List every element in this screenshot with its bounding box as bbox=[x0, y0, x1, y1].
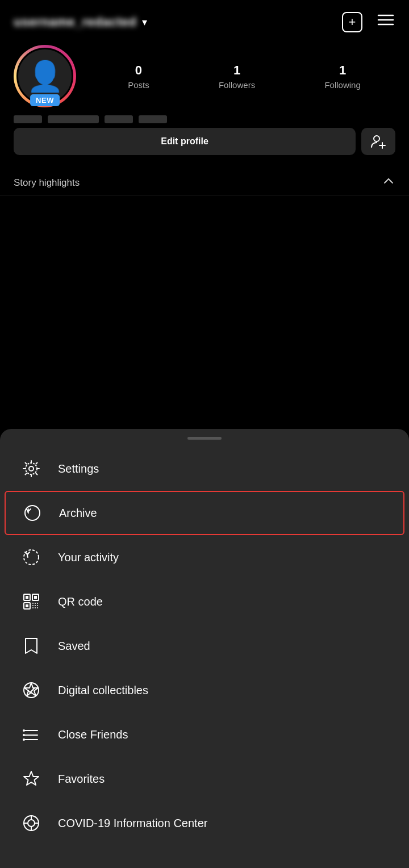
stats-row: 0 Posts 1 Followers 1 Following bbox=[93, 63, 395, 90]
bottom-sheet: Settings Archive Your activity bbox=[0, 429, 409, 868]
followers-count: 1 bbox=[233, 63, 240, 78]
drag-handle bbox=[187, 437, 222, 440]
collectibles-label: Digital collectibles bbox=[58, 684, 148, 697]
menu-item-activity[interactable]: Your activity bbox=[0, 535, 409, 579]
svg-point-25 bbox=[24, 683, 39, 698]
menu-item-favorites[interactable]: Favorites bbox=[0, 757, 409, 801]
close-friends-icon bbox=[20, 724, 42, 745]
edit-profile-button[interactable]: Edit profile bbox=[14, 128, 356, 155]
avatar-icon: 👤 bbox=[27, 59, 64, 94]
settings-icon bbox=[20, 458, 42, 479]
profile-name-row bbox=[14, 115, 395, 123]
stat-following[interactable]: 1 Following bbox=[324, 63, 360, 90]
top-bar-actions bbox=[342, 10, 395, 34]
username-text: username_redacted bbox=[14, 15, 136, 30]
svg-point-6 bbox=[29, 466, 34, 471]
story-highlights-bar[interactable]: Story highlights bbox=[0, 166, 409, 196]
profile-row: 👤 NEW 0 Posts 1 Followers 1 Following bbox=[14, 45, 395, 107]
archive-label: Archive bbox=[59, 507, 97, 520]
menu-item-covid[interactable]: COVID-19 Information Center bbox=[0, 801, 409, 845]
svg-point-3 bbox=[374, 136, 379, 141]
favorites-icon bbox=[20, 768, 42, 790]
archive-icon bbox=[22, 502, 43, 524]
new-post-button[interactable] bbox=[342, 12, 362, 32]
settings-label: Settings bbox=[58, 462, 99, 475]
menu-item-qr[interactable]: QR code bbox=[0, 579, 409, 624]
activity-label: Your activity bbox=[58, 551, 119, 564]
favorites-label: Favorites bbox=[58, 773, 105, 786]
svg-rect-13 bbox=[26, 596, 28, 599]
menu-item-archive[interactable]: Archive bbox=[5, 491, 404, 535]
saved-icon bbox=[20, 635, 42, 657]
profile-actions: Edit profile bbox=[14, 128, 395, 155]
menu-item-settings[interactable]: Settings bbox=[0, 446, 409, 491]
stat-followers[interactable]: 1 Followers bbox=[219, 63, 255, 90]
svg-point-29 bbox=[23, 729, 25, 732]
posts-label: Posts bbox=[128, 80, 149, 90]
svg-point-7 bbox=[26, 463, 37, 474]
chevron-up-icon[interactable] bbox=[382, 174, 395, 191]
name-block-4 bbox=[139, 115, 167, 123]
name-block-2 bbox=[48, 115, 99, 123]
covid-label: COVID-19 Information Center bbox=[58, 817, 207, 830]
svg-point-8 bbox=[25, 506, 40, 520]
add-person-button[interactable] bbox=[361, 128, 395, 155]
collectibles-icon bbox=[20, 679, 42, 701]
name-block-3 bbox=[105, 115, 133, 123]
followers-label: Followers bbox=[219, 80, 255, 90]
avatar-container[interactable]: 👤 NEW bbox=[14, 45, 76, 107]
posts-count: 0 bbox=[135, 63, 142, 78]
svg-point-31 bbox=[23, 738, 25, 741]
svg-marker-32 bbox=[24, 771, 39, 785]
qr-icon bbox=[20, 591, 42, 612]
svg-point-30 bbox=[23, 734, 25, 736]
stat-posts[interactable]: 0 Posts bbox=[128, 63, 149, 90]
svg-point-34 bbox=[28, 820, 35, 827]
profile-section: 👤 NEW 0 Posts 1 Followers 1 Following bbox=[0, 39, 409, 166]
covid-icon bbox=[20, 812, 42, 834]
saved-label: Saved bbox=[58, 640, 90, 653]
menu-item-saved[interactable]: Saved bbox=[0, 624, 409, 668]
menu-item-collectibles[interactable]: Digital collectibles bbox=[0, 668, 409, 712]
new-badge: NEW bbox=[30, 94, 60, 106]
svg-rect-15 bbox=[26, 604, 28, 607]
qr-label: QR code bbox=[58, 595, 103, 608]
story-highlights-label: Story highlights bbox=[14, 177, 80, 189]
close-friends-label: Close Friends bbox=[58, 728, 128, 741]
menu-item-close-friends[interactable]: Close Friends bbox=[0, 712, 409, 757]
following-count: 1 bbox=[339, 63, 346, 78]
name-block-1 bbox=[14, 115, 42, 123]
username-area[interactable]: username_redacted ▾ bbox=[14, 15, 147, 30]
svg-point-9 bbox=[24, 550, 39, 565]
chevron-down-icon[interactable]: ▾ bbox=[142, 16, 147, 28]
top-bar: username_redacted ▾ bbox=[0, 0, 409, 39]
activity-icon bbox=[20, 546, 42, 568]
hamburger-menu-icon[interactable] bbox=[376, 10, 395, 34]
following-label: Following bbox=[324, 80, 360, 90]
svg-rect-14 bbox=[34, 596, 37, 599]
